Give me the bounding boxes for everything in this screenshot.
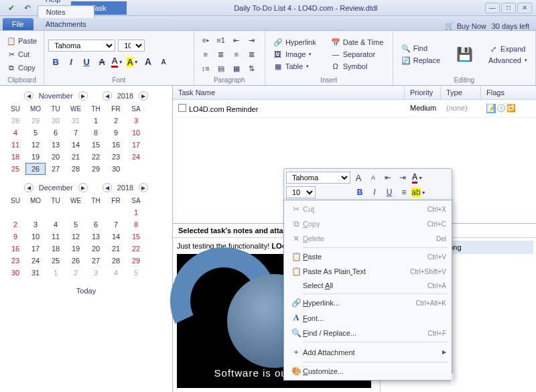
calendar-day[interactable]: 12 [66,231,86,243]
paste-button[interactable]: 📋Paste [4,35,40,47]
calendar-day[interactable]: 19 [25,151,46,163]
calendar-day[interactable]: 28 [106,255,126,267]
col-header-flags[interactable]: Flags [481,86,536,99]
underline-button[interactable]: U [79,54,94,69]
calendar-day[interactable]: 20 [46,151,66,163]
calendar-day[interactable]: 7 [66,127,86,139]
calendar-day[interactable]: 24 [126,151,146,163]
prev-year-button[interactable]: ◀ [103,183,112,192]
decrease-indent-button[interactable]: ⇤ [229,34,244,47]
shading-button[interactable]: ▤ [214,62,228,75]
align-center-button[interactable]: ≣ [214,48,228,61]
calendar-day[interactable]: 17 [126,139,146,151]
calendar-day[interactable]: 5 [66,218,86,231]
tab-attachments[interactable]: Attachments [38,18,94,30]
recurrence-flag-icon[interactable]: 🔁 [507,104,516,113]
font-color-button[interactable]: A▼ [110,54,125,69]
task-checkbox[interactable] [178,104,186,112]
calendar-day[interactable]: 25 [5,163,25,175]
minimize-button[interactable]: — [485,3,500,13]
calendar-day[interactable]: 1 [46,267,66,279]
replace-button[interactable]: 🔄Replace [397,55,444,66]
note-flag-icon[interactable]: 📝 [486,104,496,113]
calendar-day[interactable]: 12 [25,139,46,151]
mini-size-select[interactable]: 10 [286,186,316,198]
shrink-font-button[interactable]: A [156,54,171,69]
menu-item-paste-as-plain-text[interactable]: 📋Paste As Plain TextCtrl+Shift+V [285,264,450,279]
calendar-day[interactable]: 18 [46,243,66,255]
reminder-flag-icon[interactable]: 🕓 [496,104,506,113]
font-name-select[interactable]: Tahoma [48,40,115,52]
menu-item-hyperlink[interactable]: 🔗Hyperlink...Ctrl+Alt+K [285,296,450,310]
calendar-day[interactable]: 30 [106,163,126,175]
calendar-day[interactable]: 9 [5,231,25,243]
separator-button[interactable]: —Separator [327,49,388,60]
next-year-button[interactable]: ▶ [139,91,148,101]
strikethrough-button[interactable]: A [94,54,109,69]
calendar-day[interactable]: 15 [126,231,146,243]
mini-decrease-indent-button[interactable]: ⇤ [381,171,395,184]
calendar-day[interactable]: 11 [5,139,25,151]
save-button[interactable]: 💾 [450,43,479,66]
calendar-day[interactable]: 3 [126,115,146,127]
calendar-day[interactable]: 22 [126,243,146,255]
file-tab[interactable]: File [3,18,34,30]
calendar-day[interactable]: 29 [25,115,46,127]
calendar-day[interactable]: 2 [106,115,126,127]
grow-font-button[interactable]: A [141,54,155,69]
calendar-day[interactable]: 30 [5,267,25,279]
calendar-day[interactable]: 31 [66,115,86,127]
hyperlink-button[interactable]: 🔗Hyperlink [269,37,320,48]
close-button[interactable]: ✕ [517,3,532,13]
col-header-name[interactable]: Task Name [173,86,405,99]
calendar-day[interactable]: 22 [86,151,106,163]
calendar-day[interactable]: 19 [66,243,86,255]
calendar-day[interactable]: 5 [126,267,146,279]
calendar-day[interactable]: 8 [126,218,146,231]
calendar-day[interactable]: 15 [86,139,106,151]
increase-indent-button[interactable]: ⇥ [245,34,259,47]
menu-item-customize[interactable]: 🎨Customize... [285,364,450,379]
calendar-day[interactable]: 31 [25,267,46,279]
sort-button[interactable]: ⇅ [245,62,259,75]
advanced-button[interactable]: Advanced▾ [484,56,531,65]
calendar-day[interactable]: 16 [106,139,126,151]
calendar-day[interactable]: 5 [25,127,46,139]
justify-button[interactable]: ≣ [245,48,259,61]
prev-month-button[interactable]: ◀ [24,91,34,101]
prev-year-button[interactable]: ◀ [103,91,112,101]
calendar-day[interactable]: 1 [86,115,106,127]
calendar-day[interactable]: 4 [46,218,66,231]
table-button[interactable]: ▦Table▾ [269,61,320,72]
menu-item-add-attachment[interactable]: ＋Add Attachment▶ [285,344,450,361]
expand-button[interactable]: ⤢Expand [484,44,531,54]
calendar-day[interactable]: 30 [46,115,66,127]
tab-notes[interactable]: Notes [38,5,94,18]
undo-button[interactable]: ↶ [21,2,34,14]
calendar-day[interactable]: 27 [46,163,66,175]
highlight-button[interactable]: A▼ [125,54,140,69]
datetime-button[interactable]: 📅Date & Time [327,37,388,48]
calendar-day[interactable]: 18 [5,151,25,163]
calendar-day[interactable]: 6 [46,127,66,139]
next-year-button[interactable]: ▶ [139,183,148,192]
menu-item-select-all[interactable]: Select AllCtrl+A [285,279,450,292]
italic-button[interactable]: I [64,54,78,69]
tab-help[interactable]: Help [38,0,94,5]
calendar-day[interactable]: 25 [46,255,66,267]
calendar-day[interactable]: 20 [86,243,106,255]
calendar-day[interactable]: 2 [5,218,25,231]
next-month-button[interactable]: ▶ [78,183,88,192]
calendar-day[interactable]: 29 [126,255,146,267]
calendar-day[interactable]: 28 [5,115,25,127]
calendar-day[interactable]: 4 [5,127,25,139]
calendar-day[interactable]: 1 [126,206,146,218]
calendar-day[interactable]: 28 [66,163,86,175]
line-spacing-button[interactable]: ↕≡ [198,62,213,75]
menu-item-paste[interactable]: 📋PasteCtrl+V [285,249,450,264]
find-button[interactable]: 🔍Find [397,43,444,54]
calendar-day[interactable]: 13 [86,231,106,243]
calendar-day[interactable]: 24 [25,255,46,267]
mini-increase-indent-button[interactable]: ⇥ [396,171,409,184]
prev-month-button[interactable]: ◀ [24,183,34,192]
